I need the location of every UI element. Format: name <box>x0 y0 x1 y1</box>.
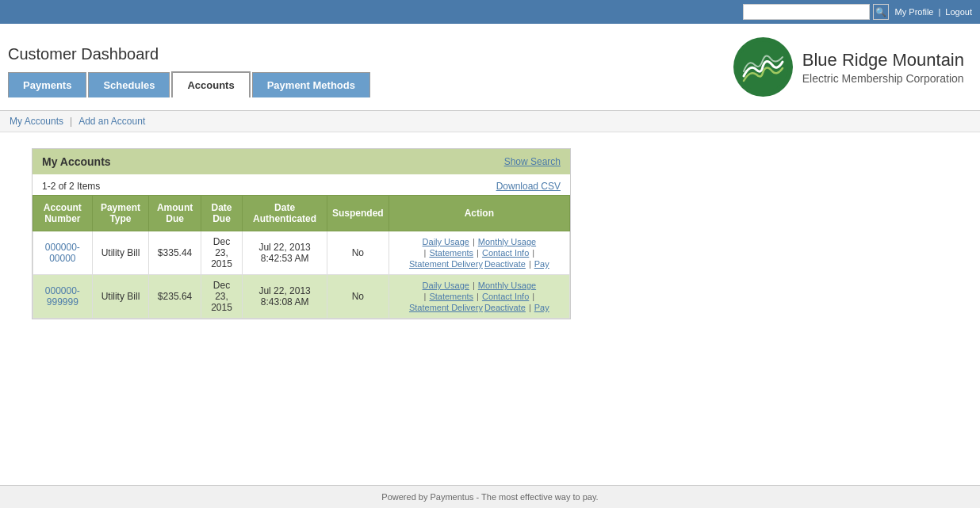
account-number-link[interactable]: 000000-00000 <box>45 242 80 264</box>
col-date-due: Date Due <box>201 196 242 231</box>
items-count: 1-2 of 2 Items <box>42 181 100 192</box>
action-separator: | <box>532 248 534 258</box>
action-link-monthly-usage[interactable]: Monthly Usage <box>478 237 536 246</box>
tab-accounts[interactable]: Accounts <box>171 71 250 97</box>
action-cell: Daily Usage|Monthly Usage|Statements|Con… <box>389 275 569 319</box>
my-profile-link[interactable]: My Profile <box>895 7 934 17</box>
col-suspended: Suspended <box>327 196 389 231</box>
col-account-number: Account Number <box>33 196 93 231</box>
suspended-cell: No <box>327 231 389 275</box>
amount-due-cell: $335.44 <box>149 231 201 275</box>
col-date-authenticated: Date Authenticated <box>243 196 327 231</box>
accounts-table: Account Number Payment Type Amount Due D… <box>33 195 570 319</box>
show-search-link[interactable]: Show Search <box>504 156 561 167</box>
logo-text-area: Blue Ridge Mountain Electric Membership … <box>802 49 964 85</box>
my-accounts-header: My Accounts Show Search <box>33 149 570 174</box>
action-link-contact-info[interactable]: Contact Info <box>482 292 529 301</box>
date-authenticated-cell: Jul 22, 2013 8:42:53 AM <box>243 231 327 275</box>
search-button[interactable]: 🔍 <box>873 4 889 20</box>
tab-schedules[interactable]: Schedules <box>88 72 170 97</box>
action-link-contact-info[interactable]: Contact Info <box>482 248 529 258</box>
date-due-cell: Dec 23, 2015 <box>201 275 242 319</box>
action-cell: Daily Usage|Monthly Usage|Statements|Con… <box>389 231 569 275</box>
logo-text-line2: Electric Membership Corporation <box>802 72 964 85</box>
nav-tabs: Payments Schedules Accounts Payment Meth… <box>8 71 370 97</box>
payment-type-cell: Utility Bill <box>92 275 149 319</box>
tab-payment-methods[interactable]: Payment Methods <box>252 72 370 97</box>
table-header-row: Account Number Payment Type Amount Due D… <box>33 196 570 231</box>
top-bar-sep: | <box>938 7 940 17</box>
payment-type-cell: Utility Bill <box>92 231 149 275</box>
action-link-deactivate[interactable]: Deactivate <box>484 303 526 312</box>
action-link-pay[interactable]: Pay <box>534 303 549 312</box>
action-link-statement-delivery[interactable]: Statement Delivery <box>409 259 483 269</box>
action-separator: | <box>473 281 475 290</box>
action-separator: | <box>529 259 531 269</box>
action-separator: | <box>477 292 479 301</box>
action-separator: | <box>424 248 427 258</box>
top-bar-links: My Profile | Logout <box>895 7 972 17</box>
download-csv-link[interactable]: Download CSV <box>496 181 561 192</box>
logout-link[interactable]: Logout <box>945 7 972 17</box>
breadcrumb-my-accounts[interactable]: My Accounts <box>10 116 63 127</box>
my-accounts-title: My Accounts <box>42 155 111 168</box>
action-link-monthly-usage[interactable]: Monthly Usage <box>478 281 536 290</box>
action-link-deactivate[interactable]: Deactivate <box>484 259 526 269</box>
suspended-cell: No <box>327 275 389 319</box>
col-payment-type: Payment Type <box>92 196 149 231</box>
date-authenticated-cell: Jul 22, 2013 8:43:08 AM <box>243 275 327 319</box>
col-action: Action <box>389 196 569 231</box>
action-separator: | <box>529 303 531 312</box>
action-separator: | <box>477 248 479 258</box>
action-link-daily-usage[interactable]: Daily Usage <box>423 237 469 246</box>
search-area: 🔍 <box>743 4 889 20</box>
table-row: 000000-00000Utility Bill$335.44Dec 23, 2… <box>33 231 570 275</box>
action-separator: | <box>424 292 427 301</box>
items-count-row: 1-2 of 2 Items Download CSV <box>33 174 570 195</box>
search-input[interactable] <box>743 4 870 20</box>
tab-payments[interactable]: Payments <box>8 72 86 97</box>
breadcrumb-add-account[interactable]: Add an Account <box>78 116 145 127</box>
my-accounts-box: My Accounts Show Search 1-2 of 2 Items D… <box>32 148 571 319</box>
action-link-statements[interactable]: Statements <box>429 248 473 258</box>
logo-area: Blue Ridge Mountain Electric Membership … <box>733 37 980 97</box>
table-row: 000000-999999Utility Bill$235.64Dec 23, … <box>33 275 570 319</box>
header-left: Customer Dashboard Payments Schedules Ac… <box>8 37 370 97</box>
date-due-cell: Dec 23, 2015 <box>201 231 242 275</box>
action-links: Daily Usage|Monthly Usage|Statements|Con… <box>394 237 565 269</box>
header: Customer Dashboard Payments Schedules Ac… <box>0 24 980 111</box>
top-bar: 🔍 My Profile | Logout <box>0 0 980 24</box>
account-number-link[interactable]: 000000-999999 <box>45 285 80 307</box>
action-link-pay[interactable]: Pay <box>534 259 549 269</box>
action-separator: | <box>532 292 534 301</box>
main-content: My Accounts Show Search 1-2 of 2 Items D… <box>0 132 980 335</box>
action-links: Daily Usage|Monthly Usage|Statements|Con… <box>394 281 565 312</box>
action-separator: | <box>473 237 475 246</box>
col-amount-due: Amount Due <box>149 196 201 231</box>
logo-text-line1: Blue Ridge Mountain <box>802 49 964 72</box>
action-link-daily-usage[interactable]: Daily Usage <box>423 281 469 290</box>
amount-due-cell: $235.64 <box>149 275 201 319</box>
action-link-statements[interactable]: Statements <box>429 292 473 301</box>
dashboard-title: Customer Dashboard <box>8 37 370 63</box>
action-link-statement-delivery[interactable]: Statement Delivery <box>409 303 483 312</box>
breadcrumb-bar: My Accounts | Add an Account <box>0 111 980 132</box>
breadcrumb-sep: | <box>70 116 72 127</box>
logo-icon <box>733 37 793 97</box>
